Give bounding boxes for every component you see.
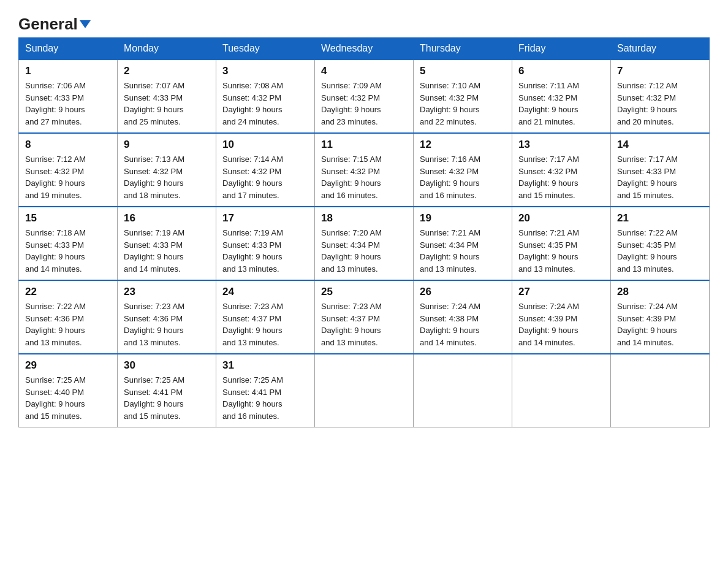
day-number: 27 (518, 286, 604, 298)
calendar-cell: 20Sunrise: 7:21 AMSunset: 4:35 PMDayligh… (512, 207, 611, 280)
day-info-line: Sunrise: 7:15 AM (321, 155, 382, 164)
calendar-cell: 7Sunrise: 7:12 AMSunset: 4:32 PMDaylight… (611, 59, 710, 133)
day-info-line: Daylight: 9 hours (222, 326, 282, 335)
day-info: Sunrise: 7:23 AMSunset: 4:36 PMDaylight:… (124, 301, 210, 348)
day-info-line: and 13 minutes. (222, 338, 279, 347)
day-info-line: Sunset: 4:33 PM (25, 240, 84, 250)
day-info-line: and 25 minutes. (124, 117, 181, 126)
day-info-line: Sunset: 4:38 PM (420, 314, 479, 323)
day-info-line: and 13 minutes. (25, 338, 82, 347)
day-info-line: Daylight: 9 hours (124, 105, 184, 114)
day-info: Sunrise: 7:18 AMSunset: 4:33 PMDaylight:… (25, 227, 111, 275)
logo-line1: General (18, 15, 91, 34)
day-info-line: and 14 minutes. (420, 338, 477, 347)
day-info: Sunrise: 7:24 AMSunset: 4:39 PMDaylight:… (518, 301, 604, 348)
day-info-line: Sunset: 4:36 PM (25, 314, 84, 323)
day-number: 20 (518, 212, 604, 224)
day-info: Sunrise: 7:17 AMSunset: 4:32 PMDaylight:… (518, 153, 604, 201)
calendar-cell: 25Sunrise: 7:23 AMSunset: 4:37 PMDayligh… (315, 280, 414, 354)
day-number: 11 (321, 139, 407, 151)
day-info: Sunrise: 7:09 AMSunset: 4:32 PMDaylight:… (321, 80, 407, 128)
day-info-line: Daylight: 9 hours (124, 178, 184, 188)
calendar-cell: 19Sunrise: 7:21 AMSunset: 4:34 PMDayligh… (414, 207, 512, 280)
day-info-line: Sunrise: 7:14 AM (222, 155, 283, 164)
day-info: Sunrise: 7:24 AMSunset: 4:39 PMDaylight:… (617, 301, 703, 348)
day-info-line: and 16 minutes. (222, 412, 279, 421)
day-number: 4 (321, 65, 407, 77)
logo-arrow-icon (80, 20, 91, 28)
day-info-line: Sunrise: 7:23 AM (222, 302, 283, 311)
day-info: Sunrise: 7:22 AMSunset: 4:36 PMDaylight:… (25, 301, 111, 348)
day-info-line: Sunset: 4:33 PM (617, 167, 676, 176)
calendar-cell (414, 354, 512, 427)
calendar-cell: 24Sunrise: 7:23 AMSunset: 4:37 PMDayligh… (216, 280, 315, 354)
day-info-line: Daylight: 9 hours (124, 326, 184, 335)
day-info-line: Daylight: 9 hours (321, 252, 381, 261)
day-number: 31 (222, 359, 308, 372)
day-info-line: Sunset: 4:33 PM (25, 93, 84, 102)
calendar-cell: 9Sunrise: 7:13 AMSunset: 4:32 PMDaylight… (118, 133, 216, 207)
day-info-line: Sunset: 4:39 PM (617, 314, 676, 323)
weekday-header-sunday: Sunday (19, 38, 118, 60)
day-info: Sunrise: 7:07 AMSunset: 4:33 PMDaylight:… (124, 80, 210, 128)
day-info-line: Daylight: 9 hours (617, 326, 677, 335)
day-info-line: Daylight: 9 hours (222, 105, 282, 114)
day-info-line: and 13 minutes. (518, 264, 575, 274)
calendar-cell: 1Sunrise: 7:06 AMSunset: 4:33 PMDaylight… (19, 59, 118, 133)
calendar-cell: 29Sunrise: 7:25 AMSunset: 4:40 PMDayligh… (19, 354, 118, 427)
day-number: 29 (25, 359, 111, 372)
day-info-line: Sunset: 4:37 PM (222, 314, 281, 323)
day-info-line: Sunrise: 7:06 AM (25, 81, 86, 90)
day-info-line: and 27 minutes. (25, 117, 82, 126)
day-info-line: Sunset: 4:32 PM (321, 167, 380, 176)
day-info-line: and 19 minutes. (25, 191, 82, 200)
day-info-line: Sunrise: 7:23 AM (124, 302, 184, 311)
calendar-cell: 13Sunrise: 7:17 AMSunset: 4:32 PMDayligh… (512, 133, 611, 207)
day-info-line: Sunrise: 7:11 AM (518, 81, 579, 90)
day-number: 17 (222, 212, 308, 224)
day-info-line: Sunset: 4:32 PM (518, 93, 577, 102)
day-number: 24 (222, 286, 308, 298)
day-number: 5 (420, 65, 506, 77)
day-info-line: Sunrise: 7:09 AM (321, 81, 382, 90)
day-info-line: and 17 minutes. (222, 191, 279, 200)
day-info-line: Sunrise: 7:21 AM (420, 228, 480, 237)
day-info-line: Daylight: 9 hours (25, 326, 85, 335)
day-info: Sunrise: 7:17 AMSunset: 4:33 PMDaylight:… (617, 153, 703, 201)
day-info-line: and 14 minutes. (617, 338, 674, 347)
day-info-line: and 16 minutes. (420, 191, 477, 200)
day-info-line: Sunrise: 7:25 AM (25, 375, 86, 385)
calendar-cell: 2Sunrise: 7:07 AMSunset: 4:33 PMDaylight… (118, 59, 216, 133)
day-info-line: Sunrise: 7:13 AM (124, 155, 184, 164)
day-info-line: Daylight: 9 hours (420, 326, 480, 335)
calendar-week-row: 8Sunrise: 7:12 AMSunset: 4:32 PMDaylight… (19, 133, 710, 207)
day-info-line: and 23 minutes. (321, 117, 378, 126)
day-info-line: and 13 minutes. (321, 338, 378, 347)
day-info-line: Sunset: 4:34 PM (321, 240, 380, 250)
calendar-table: SundayMondayTuesdayWednesdayThursdayFrid… (18, 37, 710, 427)
calendar-cell: 27Sunrise: 7:24 AMSunset: 4:39 PMDayligh… (512, 280, 611, 354)
calendar-cell: 6Sunrise: 7:11 AMSunset: 4:32 PMDaylight… (512, 59, 611, 133)
day-number: 7 (617, 65, 703, 77)
day-info: Sunrise: 7:25 AMSunset: 4:41 PMDaylight:… (124, 374, 210, 422)
day-info-line: and 13 minutes. (420, 264, 477, 274)
day-info-line: Sunset: 4:35 PM (518, 240, 577, 250)
day-number: 15 (25, 212, 111, 224)
calendar-cell: 11Sunrise: 7:15 AMSunset: 4:32 PMDayligh… (315, 133, 414, 207)
weekday-header-monday: Monday (118, 38, 216, 60)
calendar-week-row: 22Sunrise: 7:22 AMSunset: 4:36 PMDayligh… (19, 280, 710, 354)
day-info-line: Daylight: 9 hours (124, 399, 184, 408)
day-number: 1 (25, 65, 111, 77)
day-info-line: Sunset: 4:36 PM (124, 314, 183, 323)
day-info: Sunrise: 7:23 AMSunset: 4:37 PMDaylight:… (321, 301, 407, 348)
day-number: 9 (124, 139, 210, 151)
day-number: 12 (420, 139, 506, 151)
day-info-line: and 15 minutes. (124, 412, 181, 421)
day-info-line: Sunset: 4:32 PM (25, 167, 84, 176)
day-info: Sunrise: 7:21 AMSunset: 4:35 PMDaylight:… (518, 227, 604, 275)
day-info-line: Daylight: 9 hours (518, 252, 578, 261)
day-info-line: Sunset: 4:33 PM (124, 240, 183, 250)
day-info: Sunrise: 7:25 AMSunset: 4:40 PMDaylight:… (25, 374, 111, 422)
weekday-header-wednesday: Wednesday (315, 38, 414, 60)
day-info-line: and 13 minutes. (321, 264, 378, 274)
